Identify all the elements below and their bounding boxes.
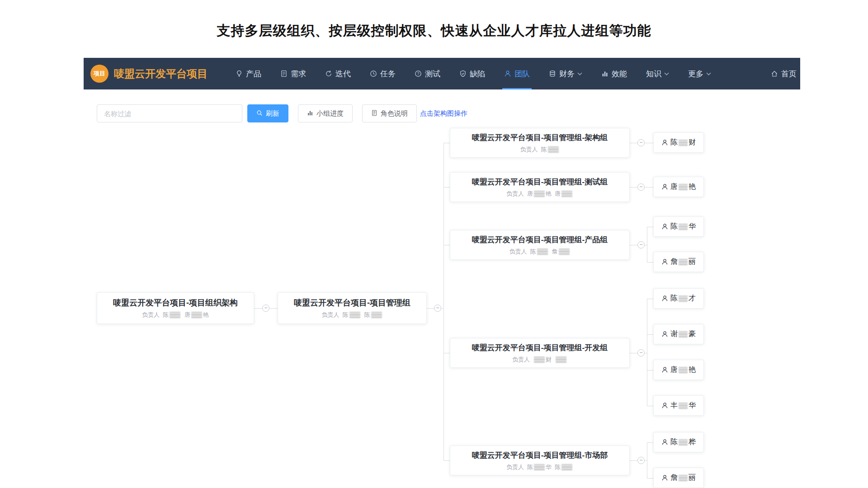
name-filter-input[interactable] bbox=[97, 104, 242, 122]
owner-name: 陈 bbox=[555, 463, 573, 471]
org-manager-node[interactable]: 唛盟云开发平台项目-项目管理组负责人陈陈 bbox=[278, 292, 427, 324]
nav-item-product[interactable]: 产品 bbox=[236, 58, 261, 89]
node-owner: 负责人陈唐艳 bbox=[142, 311, 209, 319]
group-progress-label: 小组进度 bbox=[316, 109, 344, 118]
connector-line bbox=[647, 227, 653, 227]
connector-line bbox=[647, 299, 647, 406]
nav-item-label: 团队 bbox=[514, 69, 530, 79]
connector-line bbox=[254, 308, 262, 309]
blurred-name bbox=[679, 140, 688, 146]
blurred-name bbox=[371, 312, 382, 318]
connector-line bbox=[647, 299, 653, 299]
nav-item-label: 需求 bbox=[291, 69, 306, 79]
chart-operation-link[interactable]: 点击架构图操作 bbox=[420, 109, 467, 118]
chevron-down-icon bbox=[706, 72, 711, 75]
blurred-name bbox=[679, 367, 688, 373]
owner-name: 陈华 bbox=[527, 463, 552, 471]
person-icon bbox=[661, 331, 668, 338]
nav-item-label: 产品 bbox=[246, 69, 261, 79]
node-title: 唛盟云开发平台项目-项目管理组-产品组 bbox=[472, 235, 608, 245]
blurred-name bbox=[548, 146, 559, 153]
group-progress-button[interactable]: 小组进度 bbox=[298, 104, 353, 122]
collapse-toggle-icon[interactable]: − bbox=[637, 183, 645, 191]
search-icon bbox=[256, 110, 263, 117]
blurred-name bbox=[679, 331, 688, 338]
blurred-name bbox=[534, 464, 545, 470]
bar-chart-icon bbox=[307, 110, 313, 117]
org-group-node[interactable]: 唛盟云开发平台项目-项目管理组-市场部负责人陈华陈 bbox=[450, 446, 630, 475]
node-owner: 负责人唐艳唐 bbox=[506, 190, 573, 198]
project-title: 唛盟云开发平台项目 bbox=[114, 67, 208, 81]
node-owner: 负责人陈 bbox=[520, 145, 560, 154]
refresh-button[interactable]: 刷新 bbox=[247, 104, 288, 122]
nav-item-iteration[interactable]: 迭代 bbox=[325, 58, 351, 89]
member-name: 陈财 bbox=[670, 138, 696, 147]
nav-item-defect[interactable]: 缺陷 bbox=[459, 58, 485, 89]
member-card[interactable]: 詹丽 bbox=[653, 252, 704, 272]
connector-line bbox=[630, 460, 637, 461]
nav-item-finance[interactable]: 财务 bbox=[549, 58, 582, 89]
owner-name: 财 bbox=[533, 356, 552, 364]
collapse-toggle-icon[interactable]: − bbox=[637, 139, 645, 146]
member-name: 詹丽 bbox=[670, 257, 696, 267]
collapse-toggle-icon[interactable]: − bbox=[637, 349, 645, 357]
person-icon bbox=[661, 183, 668, 190]
member-name: 谢豪 bbox=[670, 329, 696, 339]
collapse-toggle-icon[interactable]: − bbox=[262, 305, 269, 312]
collapse-toggle-icon[interactable]: − bbox=[637, 457, 645, 464]
role-description-button[interactable]: 角色说明 bbox=[362, 104, 417, 122]
member-card[interactable]: 谢豪 bbox=[653, 324, 704, 344]
org-group-node[interactable]: 唛盟云开发平台项目-项目管理组-测试组负责人唐艳唐 bbox=[450, 172, 630, 202]
member-card[interactable]: 陈桦 bbox=[653, 432, 704, 452]
blurred-name bbox=[191, 312, 202, 318]
nav-item-test[interactable]: ?测试 bbox=[415, 58, 440, 89]
org-group-node[interactable]: 唛盟云开发平台项目-项目管理组-开发组负责人财 bbox=[450, 338, 630, 368]
nav-item-performance[interactable]: 效能 bbox=[601, 58, 627, 89]
member-card[interactable]: 陈才 bbox=[653, 288, 704, 309]
nav-item-team[interactable]: 团队 bbox=[504, 58, 530, 89]
top-navbar: 项目 唛盟云开发平台项目 产品需求迭代任务?测试缺陷团队财务效能知识更多首页 bbox=[84, 58, 800, 89]
home-icon bbox=[771, 70, 778, 77]
connector-line bbox=[647, 370, 653, 371]
member-card[interactable]: 唐艳 bbox=[653, 360, 704, 380]
blurred-name bbox=[679, 475, 688, 481]
connector-line bbox=[443, 245, 450, 245]
role-description-label: 角色说明 bbox=[381, 109, 408, 118]
org-root-node[interactable]: 唛盟云开发平台项目-项目组织架构负责人陈唐艳 bbox=[97, 292, 254, 324]
blurred-name bbox=[679, 224, 688, 230]
connector-line bbox=[427, 308, 434, 309]
nav-item-knowledge[interactable]: 知识 bbox=[646, 58, 669, 89]
node-title: 唛盟云开发平台项目-项目组织架构 bbox=[113, 297, 238, 308]
person-icon bbox=[504, 70, 511, 77]
owner-name: 唐艳 bbox=[527, 190, 552, 198]
member-name: 唐艳 bbox=[670, 182, 696, 192]
member-card[interactable]: 陈财 bbox=[653, 132, 704, 153]
collapse-toggle-icon[interactable]: − bbox=[637, 241, 645, 249]
org-group-node[interactable]: 唛盟云开发平台项目-项目管理组-产品组负责人陈詹 bbox=[450, 230, 630, 260]
node-title: 唛盟云开发平台项目-项目管理组-测试组 bbox=[472, 177, 608, 187]
blurred-name bbox=[679, 296, 688, 302]
member-card[interactable]: 詹丽 bbox=[653, 468, 704, 488]
chevron-down-icon bbox=[664, 72, 669, 75]
person-icon bbox=[661, 402, 668, 409]
member-card[interactable]: 唐艳 bbox=[653, 177, 704, 197]
nav-item-requirement[interactable]: 需求 bbox=[280, 58, 306, 89]
owner-name: 陈 bbox=[163, 311, 181, 319]
blurred-name bbox=[349, 312, 360, 318]
member-card[interactable]: 丰华 bbox=[653, 395, 704, 416]
node-title: 唛盟云开发平台项目-项目管理组-架构组 bbox=[472, 132, 608, 143]
org-group-node[interactable]: 唛盟云开发平台项目-项目管理组-架构组负责人陈 bbox=[450, 128, 630, 158]
member-card[interactable]: 陈华 bbox=[653, 216, 704, 237]
nav-item-task[interactable]: 任务 bbox=[370, 58, 396, 89]
person-icon bbox=[661, 139, 668, 146]
nav-item-home[interactable]: 首页 bbox=[771, 58, 797, 89]
collapse-toggle-icon[interactable]: − bbox=[434, 305, 441, 312]
nav-item-more[interactable]: 更多 bbox=[688, 58, 711, 89]
blurred-name bbox=[561, 191, 572, 197]
nav-item-label: 首页 bbox=[781, 69, 797, 79]
owner-name bbox=[555, 357, 567, 363]
member-name: 陈华 bbox=[670, 222, 696, 231]
blurred-name bbox=[559, 249, 570, 255]
blurred-name bbox=[534, 357, 545, 363]
member-name: 陈桦 bbox=[670, 437, 696, 447]
